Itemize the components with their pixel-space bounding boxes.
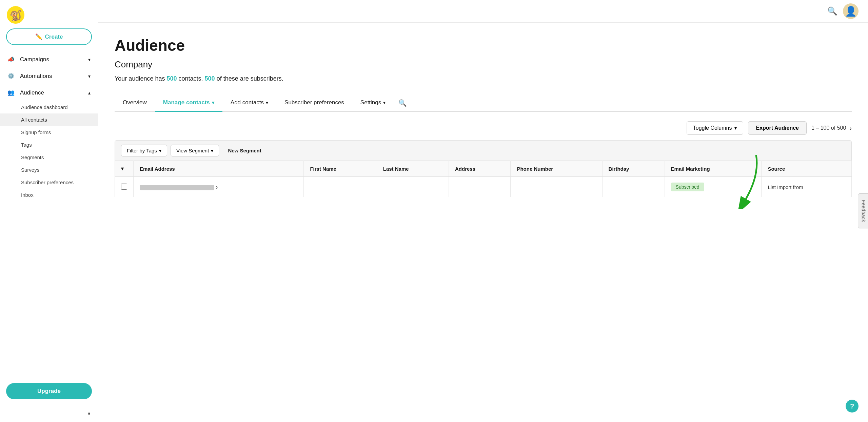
page-content: Audience Company Your audience has 500 c… — [98, 23, 868, 422]
page-title: Audience — [115, 36, 852, 55]
campaigns-icon: 📣 — [7, 56, 15, 63]
help-button[interactable]: ? — [846, 400, 859, 413]
user-avatar[interactable]: 👤 — [843, 3, 859, 19]
avatar-image: 👤 — [845, 6, 857, 17]
tab-overview[interactable]: Overview — [115, 94, 155, 112]
filter-bar: Filter by Tags ▾ View Segment ▾ New Segm… — [115, 140, 852, 161]
audience-subtitle: Company — [115, 59, 852, 70]
th-email-marketing: Email Marketing — [665, 161, 762, 177]
search-icon: 🔍 — [827, 6, 837, 16]
sidebar-item-campaigns[interactable]: 📣 Campaigns ▾ — [0, 51, 98, 68]
sidebar-toggle-button[interactable]: ▪️ — [88, 409, 91, 418]
row-first-name-cell — [304, 177, 377, 197]
sidebar-item-subscriber-preferences[interactable]: Subscriber preferences — [0, 176, 98, 189]
sidebar-item-audience[interactable]: 👥 Audience ▴ — [0, 84, 98, 101]
th-birthday: Birthday — [602, 161, 665, 177]
topbar-search-button[interactable]: 🔍 — [827, 6, 837, 16]
create-button[interactable]: ✏️ Create — [6, 28, 92, 45]
subscribed-badge: Subscribed — [671, 183, 704, 191]
blurred-email — [140, 185, 214, 190]
table-row: › Subscribed List Import from — [115, 177, 852, 197]
th-last-name: Last Name — [377, 161, 449, 177]
search-icon: 🔍 — [398, 99, 407, 107]
chevron-down-icon: ▾ — [734, 125, 737, 131]
mailchimp-logo[interactable]: 🐒 — [7, 6, 24, 24]
audience-icon: 👥 — [7, 89, 15, 96]
row-phone-cell — [511, 177, 602, 197]
row-address-cell — [449, 177, 510, 197]
chevron-down-icon: ▾ — [266, 100, 268, 105]
pagination-next-button[interactable]: › — [849, 124, 852, 132]
panel-toggle-icon: ▪️ — [88, 409, 91, 418]
export-audience-button[interactable]: Export Audience — [748, 121, 807, 135]
row-checkbox-cell — [115, 177, 134, 197]
chevron-down-icon: ▾ — [383, 100, 386, 105]
th-checkbox: ▾ — [115, 161, 134, 177]
tab-add-contacts[interactable]: Add contacts ▾ — [222, 94, 276, 112]
chevron-up-icon: ▴ — [88, 90, 91, 96]
pencil-icon: ✏️ — [35, 33, 42, 40]
feedback-tab[interactable]: Feedback — [857, 193, 868, 228]
sidebar-item-tags[interactable]: Tags — [0, 139, 98, 151]
th-first-name: First Name — [304, 161, 377, 177]
automations-icon: ⚙️ — [7, 72, 15, 80]
row-expand-button[interactable]: › — [216, 184, 218, 191]
sidebar-item-audience-dashboard[interactable]: Audience dashboard — [0, 101, 98, 113]
table-toolbar: Toggle Columns ▾ Export Audience 1 – 100… — [115, 121, 852, 135]
row-email-marketing-cell: Subscribed — [665, 177, 762, 197]
row-source-cell: List Import from — [762, 177, 852, 197]
row-birthday-cell — [602, 177, 665, 197]
new-segment-button[interactable]: New Segment — [222, 145, 267, 156]
row-last-name-cell — [377, 177, 449, 197]
topbar: 🔍 👤 — [98, 0, 868, 23]
tab-settings[interactable]: Settings ▾ — [352, 94, 394, 112]
upgrade-button[interactable]: Upgrade — [6, 383, 92, 399]
chevron-down-icon: ▾ — [88, 73, 91, 79]
tab-navigation: Overview Manage contacts ▾ Add contacts … — [115, 94, 852, 112]
th-source: Source — [762, 161, 852, 177]
sidebar-item-segments[interactable]: Segments — [0, 151, 98, 164]
pagination-info: 1 – 100 of 500 › — [811, 124, 852, 132]
row-email-cell: › — [134, 177, 304, 197]
tab-search-button[interactable]: 🔍 — [394, 96, 412, 110]
chevron-down-icon: ▾ — [88, 57, 91, 62]
th-phone-number: Phone Number — [511, 161, 602, 177]
main-content: 🔍 👤 Audience Company Your audience has 5… — [98, 0, 868, 422]
audience-description: Your audience has 500 contacts. 500 of t… — [115, 75, 852, 82]
sidebar: 🐒 ✏️ Create 📣 Campaigns ▾ ⚙️ Automations… — [0, 0, 98, 422]
th-email-address: Email Address — [134, 161, 304, 177]
sort-arrow-icon[interactable]: ▾ — [121, 166, 124, 171]
th-address: Address — [449, 161, 510, 177]
sidebar-item-surveys[interactable]: Surveys — [0, 164, 98, 176]
sidebar-footer: ▪️ — [0, 405, 98, 422]
view-segment-button[interactable]: View Segment ▾ — [171, 145, 219, 156]
tab-subscriber-preferences[interactable]: Subscriber preferences — [276, 94, 352, 112]
toggle-columns-button[interactable]: Toggle Columns ▾ — [687, 121, 744, 135]
svg-text:🐒: 🐒 — [9, 9, 22, 22]
sidebar-nav: 📣 Campaigns ▾ ⚙️ Automations ▾ 👥 Audienc… — [0, 51, 98, 380]
filter-by-tags-button[interactable]: Filter by Tags ▾ — [121, 145, 167, 156]
sidebar-item-automations[interactable]: ⚙️ Automations ▾ — [0, 68, 98, 84]
chevron-down-icon: ▾ — [211, 148, 213, 153]
sidebar-item-inbox[interactable]: Inbox — [0, 189, 98, 201]
row-checkbox[interactable] — [121, 184, 127, 190]
chevron-down-icon: ▾ — [159, 148, 161, 153]
sidebar-item-all-contacts[interactable]: All contacts — [0, 113, 98, 126]
sidebar-item-signup-forms[interactable]: Signup forms — [0, 126, 98, 139]
contacts-table: ▾ Email Address First Name Last Name Add… — [115, 161, 852, 197]
chevron-down-icon: ▾ — [212, 100, 214, 105]
tab-manage-contacts[interactable]: Manage contacts ▾ — [155, 94, 222, 112]
sidebar-header: 🐒 — [0, 0, 98, 28]
